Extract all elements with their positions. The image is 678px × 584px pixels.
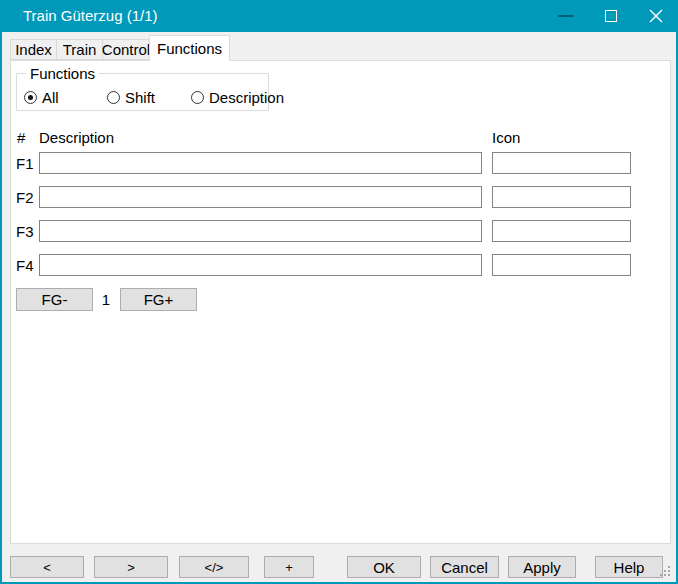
f3-icon-input[interactable]	[492, 220, 631, 242]
radio-shift-label: Shift	[125, 89, 155, 106]
titlebar[interactable]: Train Güterzug (1/1)	[0, 0, 678, 32]
f2-icon-input[interactable]	[492, 186, 631, 208]
column-header-icon: Icon	[492, 129, 520, 146]
dialog-window: Train Güterzug (1/1) Index Train Control…	[0, 0, 678, 584]
minimize-button	[543, 0, 588, 32]
f2-description-input[interactable]	[39, 186, 482, 208]
caption-buttons	[543, 0, 678, 32]
row-label-f2: F2	[16, 189, 34, 206]
radio-all-icon	[24, 91, 37, 104]
maximize-button[interactable]	[588, 0, 633, 32]
f1-icon-input[interactable]	[492, 152, 631, 174]
f1-description-input[interactable]	[39, 152, 482, 174]
f4-icon-input[interactable]	[492, 254, 631, 276]
radio-description-icon	[191, 91, 204, 104]
resize-grip-dots	[660, 574, 662, 576]
radio-option-all[interactable]: All	[24, 89, 59, 105]
row-label-f3: F3	[16, 223, 34, 240]
radio-description-label: Description	[209, 89, 284, 106]
help-button[interactable]: Help	[595, 556, 663, 578]
ok-button[interactable]: OK	[347, 556, 421, 578]
radio-option-shift[interactable]: Shift	[107, 89, 155, 105]
tab-strip: Index Train Control Functions	[10, 35, 229, 61]
functions-groupbox: Functions All Shift Description	[16, 73, 269, 111]
radio-option-description[interactable]: Description	[191, 89, 284, 105]
next-button[interactable]: >	[94, 556, 168, 578]
resize-grip[interactable]	[660, 566, 672, 578]
window-title: Train Güterzug (1/1)	[23, 7, 158, 24]
fg-value: 1	[96, 291, 116, 308]
f4-description-input[interactable]	[39, 254, 482, 276]
minimize-icon	[558, 15, 573, 17]
cancel-button[interactable]: Cancel	[430, 556, 499, 578]
tab-index[interactable]: Index	[10, 39, 57, 60]
functions-groupbox-legend: Functions	[26, 65, 99, 82]
close-button[interactable]	[633, 0, 678, 32]
row-label-f1: F1	[16, 155, 34, 172]
prev-button[interactable]: <	[10, 556, 84, 578]
add-button[interactable]: +	[264, 556, 314, 578]
f3-description-input[interactable]	[39, 220, 482, 242]
radio-all-label: All	[42, 89, 59, 106]
fg-plus-button[interactable]: FG+	[120, 288, 197, 311]
row-label-f4: F4	[16, 257, 34, 274]
code-button[interactable]: </>	[179, 556, 249, 578]
fg-minus-button[interactable]: FG-	[16, 288, 93, 311]
tab-control[interactable]: Control	[102, 39, 150, 60]
functions-tab-page: Functions All Shift Description # Descri…	[10, 60, 671, 544]
close-icon	[649, 9, 663, 23]
radio-shift-icon	[107, 91, 120, 104]
apply-button[interactable]: Apply	[508, 556, 576, 578]
tab-functions[interactable]: Functions	[149, 35, 230, 61]
column-header-description: Description	[39, 129, 114, 146]
maximize-icon	[605, 10, 617, 22]
column-header-number: #	[17, 129, 25, 146]
tab-train[interactable]: Train	[56, 39, 103, 60]
